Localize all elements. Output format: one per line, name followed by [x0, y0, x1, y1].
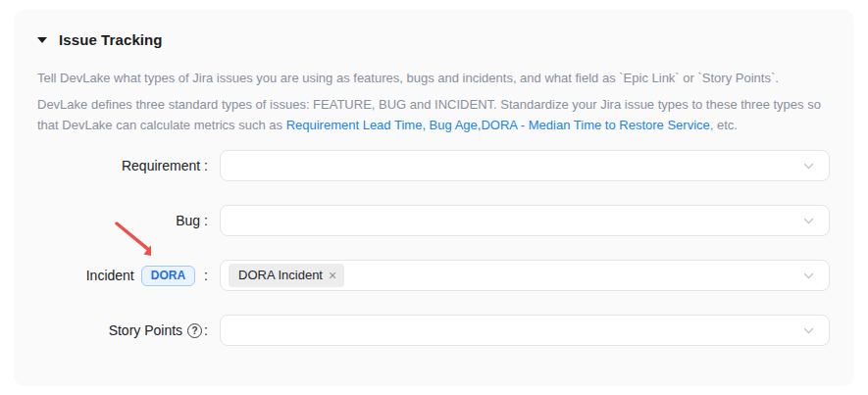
- panel-title: Issue Tracking: [59, 31, 163, 48]
- dora-incident-chip: DORA Incident ×: [229, 264, 344, 287]
- incident-row: Incident DORA : DORA Incident ×: [14, 260, 830, 291]
- issue-tracking-panel: Issue Tracking Tell DevLake what types o…: [14, 10, 854, 386]
- chevron-down-icon[interactable]: [802, 324, 815, 337]
- help-question-icon[interactable]: ?: [187, 323, 202, 338]
- panel-header[interactable]: Issue Tracking: [14, 10, 854, 48]
- chevron-down-icon[interactable]: [802, 160, 815, 173]
- incident-select[interactable]: DORA Incident ×: [220, 260, 830, 291]
- panel-description: Tell DevLake what types of Jira issues y…: [14, 48, 854, 135]
- issue-tracking-form: Requirement : Bug :: [14, 150, 854, 346]
- description-line-1: Tell DevLake what types of Jira issues y…: [37, 68, 827, 88]
- dora-badge: DORA: [141, 266, 195, 286]
- chip-close-icon[interactable]: ×: [329, 269, 336, 282]
- link-requirement-lead-time[interactable]: Requirement Lead Time: [286, 118, 423, 132]
- chip-label: DORA Incident: [238, 267, 323, 283]
- story-points-select[interactable]: [220, 315, 830, 346]
- description-line-2: DevLake defines three standard types of …: [37, 94, 827, 135]
- bug-label: Bug :: [14, 213, 208, 228]
- story-points-label: Story Points ? :: [14, 322, 208, 338]
- incident-label: Incident DORA :: [14, 266, 208, 286]
- link-dora-median-time-to-restore[interactable]: DORA - Median Time to Restore Service: [481, 118, 709, 132]
- bug-row: Bug :: [14, 205, 830, 236]
- collapse-caret-icon[interactable]: [37, 37, 47, 43]
- bug-select[interactable]: [220, 205, 830, 236]
- chevron-down-icon[interactable]: [802, 270, 815, 282]
- requirement-select[interactable]: [220, 150, 830, 181]
- chevron-down-icon[interactable]: [802, 215, 815, 227]
- requirement-row: Requirement :: [14, 150, 830, 181]
- story-points-row: Story Points ? :: [14, 315, 830, 346]
- requirement-label: Requirement :: [14, 158, 208, 173]
- incident-select-values: DORA Incident ×: [229, 264, 802, 287]
- link-bug-age[interactable]: Bug Age: [430, 118, 478, 132]
